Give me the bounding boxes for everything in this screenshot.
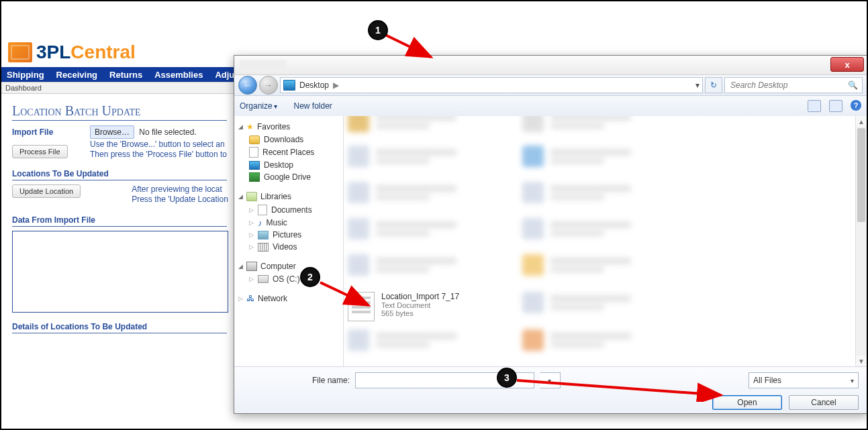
nav-assemblies[interactable]: Assemblies: [154, 70, 203, 80]
desktop-icon: [283, 80, 295, 91]
scroll-up-icon[interactable]: ▲: [856, 116, 867, 127]
address-dropdown-icon[interactable]: ▾: [695, 80, 700, 90]
desktop-folder-icon: [249, 161, 260, 170]
gdrive-icon: [249, 172, 260, 182]
tree-downloads-label: Downloads: [264, 135, 303, 144]
data-from-label: Data From Import File: [12, 215, 227, 227]
music-icon: ♪: [258, 219, 262, 227]
file-name-label: File name:: [242, 376, 350, 385]
tree-libraries-label: Libraries: [260, 192, 291, 201]
chevron-down-icon: ▾: [851, 377, 854, 384]
tree-google-drive[interactable]: Google Drive: [234, 171, 343, 183]
tree-pictures[interactable]: ▷Pictures: [234, 229, 343, 241]
file-name: Location_Import 7_17: [381, 292, 459, 301]
import-hint-1: Use the 'Browse...' button to select an: [90, 140, 227, 150]
logo-text-1: 3PL: [36, 42, 70, 62]
tree-computer[interactable]: ◢Computer: [234, 260, 343, 273]
search-input[interactable]: [729, 80, 844, 91]
annotation-arrow-3: [513, 375, 734, 402]
star-icon: ★: [246, 122, 254, 131]
tree-osc-label: OS (C:): [273, 274, 300, 284]
close-icon: x: [845, 60, 849, 69]
locations-hint-1: After previewing the locat: [132, 184, 228, 195]
scroll-thumb[interactable]: [857, 128, 865, 222]
view-options-button[interactable]: [808, 100, 821, 112]
file-open-dialog: x ← → Desktop ▶ ▾ ↻ 🔍 Organize New folde…: [234, 55, 867, 414]
tree-videos-label: Videos: [273, 242, 297, 252]
tree-favorites[interactable]: ◢★Favorites: [234, 120, 343, 133]
browse-button[interactable]: Browse…: [90, 125, 134, 139]
dialog-titlebar[interactable]: x: [234, 56, 867, 75]
file-list-area[interactable]: Location_Import 7_17 Text Document 565 b…: [344, 116, 867, 366]
nav-receiving[interactable]: Receiving: [56, 70, 97, 80]
documents-icon: [258, 205, 267, 215]
file-type-filter-label: All Files: [753, 376, 781, 385]
file-size: 565 bytes: [381, 309, 459, 317]
file-type-filter[interactable]: All Files▾: [749, 372, 859, 388]
nav-back-button[interactable]: ←: [238, 76, 257, 95]
search-box[interactable]: 🔍: [724, 77, 863, 93]
tree-desktop[interactable]: Desktop: [234, 159, 343, 171]
tree-desktop-label: Desktop: [264, 160, 293, 170]
logo-text-2: Central: [70, 42, 135, 62]
dialog-title-blurred: [240, 60, 287, 69]
tree-computer-label: Computer: [260, 262, 296, 271]
file-status: No file selected.: [139, 127, 196, 137]
nav-returns[interactable]: Returns: [109, 70, 142, 80]
scroll-down-icon[interactable]: ▼: [856, 356, 867, 366]
locations-hint-2: Press the 'Update Location: [132, 195, 228, 205]
address-crumb[interactable]: Desktop: [299, 80, 329, 90]
new-folder-button[interactable]: New folder: [293, 101, 332, 111]
tree-pictures-label: Pictures: [273, 230, 301, 239]
file-area-scrollbar[interactable]: ▲ ▼: [855, 116, 867, 366]
import-hint-2: Then press the 'Process File' button to: [90, 150, 227, 160]
page-title: Location Batch Update: [12, 103, 227, 121]
computer-icon: [246, 262, 257, 271]
tree-music[interactable]: ▷♪Music: [234, 217, 343, 229]
preview-pane-button[interactable]: [829, 100, 842, 112]
pictures-icon: [258, 231, 269, 239]
videos-icon: [258, 243, 269, 252]
update-location-button[interactable]: Update Location: [12, 184, 81, 198]
dialog-close-button[interactable]: x: [830, 57, 864, 72]
nav-forward-button[interactable]: →: [259, 76, 278, 95]
data-from-textarea[interactable]: [12, 231, 228, 313]
tree-documents-label: Documents: [271, 205, 312, 215]
folder-tree: ◢★Favorites Downloads Recent Places Desk…: [234, 116, 344, 366]
refresh-button[interactable]: ↻: [705, 77, 722, 93]
refresh-icon: ↻: [710, 80, 717, 90]
annotation-arrow-2: [315, 278, 382, 312]
import-file-label: Import File: [12, 127, 79, 137]
crumb-sep-icon[interactable]: ▶: [333, 80, 339, 90]
tree-gdrive-label: Google Drive: [264, 172, 311, 182]
arrow-right-icon: →: [264, 80, 273, 90]
organize-menu[interactable]: Organize: [240, 101, 277, 111]
recent-icon: [249, 147, 258, 158]
nav-shipping[interactable]: Shipping: [7, 70, 44, 80]
help-button[interactable]: ?: [851, 100, 861, 111]
tree-documents[interactable]: ▷Documents: [234, 203, 343, 217]
process-file-button[interactable]: Process File: [12, 145, 68, 158]
drive-icon: [258, 275, 269, 283]
tree-music-label: Music: [267, 218, 287, 227]
tree-libraries[interactable]: ◢Libraries: [234, 190, 343, 203]
svg-line-1: [384, 34, 431, 57]
nav-adjustments[interactable]: Adju: [215, 70, 234, 80]
details-label: Details of Locations To Be Updated: [12, 322, 227, 333]
network-icon: 🖧: [246, 294, 254, 303]
tree-network-label: Network: [258, 294, 287, 303]
file-type: Text Document: [381, 301, 459, 309]
address-bar[interactable]: Desktop ▶ ▾: [280, 77, 703, 93]
tree-recent-label: Recent Places: [262, 148, 314, 157]
dialog-toolbar: Organize New folder ?: [234, 96, 867, 117]
tree-videos[interactable]: ▷Videos: [234, 241, 343, 253]
tree-downloads[interactable]: Downloads: [234, 133, 343, 146]
cancel-button[interactable]: Cancel: [789, 395, 859, 410]
svg-line-5: [517, 380, 721, 395]
svg-line-3: [320, 282, 369, 305]
tree-recent-places[interactable]: Recent Places: [234, 146, 343, 159]
annotation-callout-2: 2: [300, 267, 320, 287]
search-icon[interactable]: 🔍: [848, 80, 858, 90]
arrow-left-icon: ←: [244, 80, 252, 90]
logo-box-icon: [8, 42, 32, 62]
